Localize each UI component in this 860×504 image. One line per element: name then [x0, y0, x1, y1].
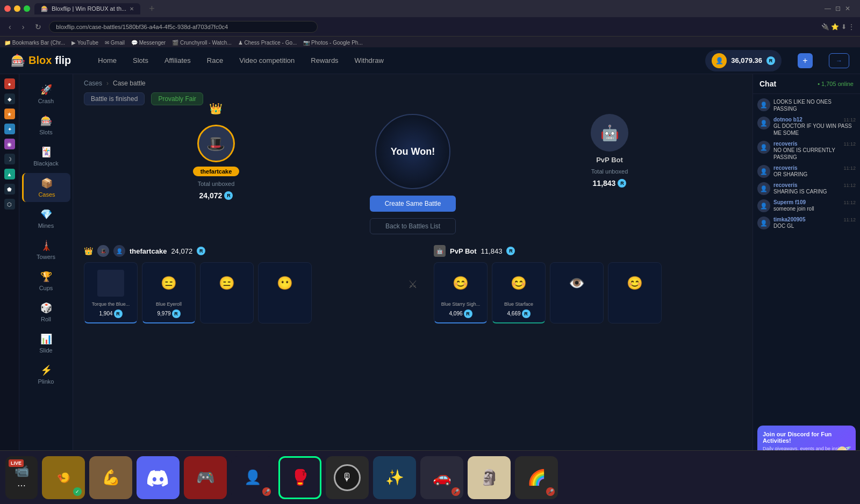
nav-race[interactable]: Race	[207, 56, 223, 64]
slide-icon: 📊	[40, 333, 52, 345]
minimize-dot[interactable]	[14, 5, 20, 12]
reload-btn[interactable]: ↻	[32, 21, 45, 32]
chat-time-2: 11:12	[843, 117, 856, 123]
left-icon-8[interactable]: ⬟	[4, 184, 15, 195]
sidebar-item-blackjack[interactable]: 🃏 Blackjack	[22, 142, 70, 171]
taskbar-icon-discord[interactable]	[137, 456, 180, 499]
taskbar-mic-off-icon-1: 🎤	[262, 487, 271, 496]
item-card: 😑	[200, 262, 254, 323]
sidebar-item-towers[interactable]: 🗼 Towers	[22, 235, 70, 264]
taskbar-icon-boxer[interactable]: 🥊	[278, 456, 321, 499]
bookmark-messenger[interactable]: 💬 Messenger	[131, 40, 166, 46]
login-button[interactable]: →	[829, 53, 849, 68]
nav-video[interactable]: Video competition	[239, 56, 295, 64]
tab-close-btn[interactable]: ✕	[130, 6, 134, 12]
close-dot[interactable]	[4, 5, 11, 12]
sidebar-item-slots[interactable]: 🎰 Slots	[22, 111, 70, 140]
item-val-r1: 4,096	[449, 311, 462, 316]
provably-fair-button[interactable]: Provably Fair	[151, 92, 203, 105]
taskbar-live-item[interactable]: 📹 ⋯ LIVE	[5, 456, 38, 499]
mines-icon: 💎	[40, 208, 52, 220]
browser-tab[interactable]: 🎰 Bloxflip | Win ROBUX at th... ✕	[34, 3, 140, 15]
chat-text-2: GL DOCTOR IF YOU WIN PASS ME SOME	[773, 123, 856, 136]
chat-username-2: dotnoo b12	[773, 117, 802, 123]
player1-header-name: thefartcake	[130, 247, 167, 255]
nav-withdraw[interactable]: Withdraw	[355, 56, 384, 64]
sidebar-nav: 🚀 Crash 🎰 Slots 🃏 Blackjack 📦 Cases 💎 Mi…	[19, 74, 73, 504]
item-image-r1: 😊	[445, 267, 477, 299]
breadcrumb: Cases › Case battle	[73, 74, 752, 92]
browser-restore-btn[interactable]: ⊡	[835, 5, 841, 12]
chat-avatar-6: 👤	[757, 199, 770, 212]
chat-text-4: OR SHARING	[773, 171, 856, 178]
left-icon-7[interactable]: ▲	[4, 169, 15, 179]
chat-text-7: DOC GL	[773, 222, 856, 229]
left-icon-4[interactable]: ✦	[4, 124, 15, 134]
left-icon-6[interactable]: ☽	[4, 154, 15, 164]
player2-section: 🤖 PvP Bot Total unboxed 11,843 R	[477, 114, 742, 188]
breadcrumb-cases-link[interactable]: Cases	[84, 80, 102, 87]
sidebar-item-plinko[interactable]: ⚡ Plinko	[22, 360, 70, 389]
taskbar-icon-recordly[interactable]: 🎙	[326, 456, 369, 499]
sidebar-item-slide[interactable]: 📊 Slide	[22, 329, 70, 358]
forward-btn[interactable]: ›	[19, 21, 28, 32]
player2-total-label: Total unboxed	[591, 168, 628, 175]
online-count: • 1,705 online	[818, 81, 854, 87]
nav-affiliates[interactable]: Affiliates	[164, 56, 191, 64]
chat-username-5: recoveris	[773, 182, 797, 188]
chat-time-5: 11:12	[843, 183, 856, 188]
left-icon-9[interactable]: ⬡	[4, 199, 15, 210]
sidebar-item-crash[interactable]: 🚀 Crash	[22, 80, 70, 109]
url-bar[interactable]: bloxflip.com/case-battles/1580bf36-a4a4-…	[49, 21, 318, 33]
taskbar-icon-statue[interactable]: 🗿	[468, 456, 511, 499]
slots-icon: 🎰	[40, 115, 52, 127]
taskbar-icon-colorful[interactable]: 🌈 🎤	[515, 456, 558, 499]
add-funds-button[interactable]: +	[798, 53, 813, 68]
sidebar-item-mines[interactable]: 💎 Mines	[22, 204, 70, 233]
maximize-dot[interactable]	[24, 5, 30, 12]
back-to-battles-button[interactable]: Back to Battles List	[370, 218, 456, 234]
bookmark-crunchyroll[interactable]: 🎬 Crunchyroll - Watch...	[172, 40, 232, 46]
new-tab-btn[interactable]: +	[149, 3, 155, 15]
nav-home[interactable]: Home	[98, 56, 117, 64]
sidebar-item-cups[interactable]: 🏆 Cups	[22, 267, 70, 296]
player1-small-avatar2: 👤	[113, 245, 125, 257]
taskbar-mic-off-icon-2: 🎤	[452, 487, 460, 496]
left-icon-1[interactable]: ●	[4, 78, 15, 89]
item-value-r2: 4,669 R	[507, 309, 530, 318]
browser-close-btn[interactable]: ✕	[845, 5, 850, 12]
taskbar-icon-bodybuilder[interactable]: 💪	[89, 456, 132, 499]
bookmark-chess[interactable]: ♟ Chess Practice - Go...	[238, 40, 297, 46]
taskbar-icon-seafood[interactable]: 🍤 ✓	[42, 456, 85, 499]
chat-avatar-2: 👤	[757, 117, 770, 129]
browser-minimize-btn[interactable]: —	[825, 5, 831, 12]
left-icon-3[interactable]: ★	[4, 109, 15, 119]
create-same-battle-button[interactable]: Create Same Battle	[370, 196, 456, 212]
player1-header-score: 24,072	[171, 247, 192, 255]
chat-time-6: 11:12	[843, 200, 856, 205]
bookmark-gmail[interactable]: ✉ Gmail	[105, 40, 125, 46]
sidebar-item-cases[interactable]: 📦 Cases	[22, 173, 70, 202]
chat-message: 👤 dotnoo b12 11:12 GL DOCTOR IF YOU WIN …	[757, 117, 856, 136]
sidebar-item-roll[interactable]: 🎲 Roll	[22, 298, 70, 327]
nav-rewards[interactable]: Rewards	[311, 56, 338, 64]
bookmark-youtube[interactable]: ▶ YouTube	[71, 40, 98, 46]
item-name-2: Blue Eyeroll	[156, 301, 182, 307]
taskbar-icon-anime-girl[interactable]: 👤 🎤	[231, 456, 274, 499]
back-btn[interactable]: ‹	[5, 21, 15, 32]
left-icon-5[interactable]: ◉	[4, 139, 15, 149]
center-panel: You Won! Create Same Battle Back to Batt…	[359, 114, 467, 234]
chat-panel: Chat • 1,705 online 👤 LOOKS LIKE NO ONES…	[752, 74, 860, 504]
nav-slots[interactable]: Slots	[133, 56, 148, 64]
taskbar-icon-gaming[interactable]: 🎮	[184, 456, 227, 499]
sidebar-label-mines: Mines	[38, 222, 54, 229]
taskbar-icon-anime-blue[interactable]: ✨	[373, 456, 416, 499]
item-name-1: Torque the Blue...	[92, 301, 130, 307]
bookmark-photos[interactable]: 📷 Photos - Google Ph...	[303, 40, 362, 46]
left-icon-2[interactable]: ◆	[4, 93, 15, 104]
left-icon-bar: ● ◆ ★ ✦ ◉ ☽ ▲ ⬟ ⬡ ⚙	[0, 74, 19, 504]
player1-small-avatar: 🎩	[97, 245, 109, 257]
item-image-r3: 👁️	[561, 267, 593, 299]
bookmark-folder[interactable]: 📁 Bookmarks Bar (Chr...	[4, 40, 65, 46]
taskbar-icon-car[interactable]: 🚗 🎤	[420, 456, 463, 499]
